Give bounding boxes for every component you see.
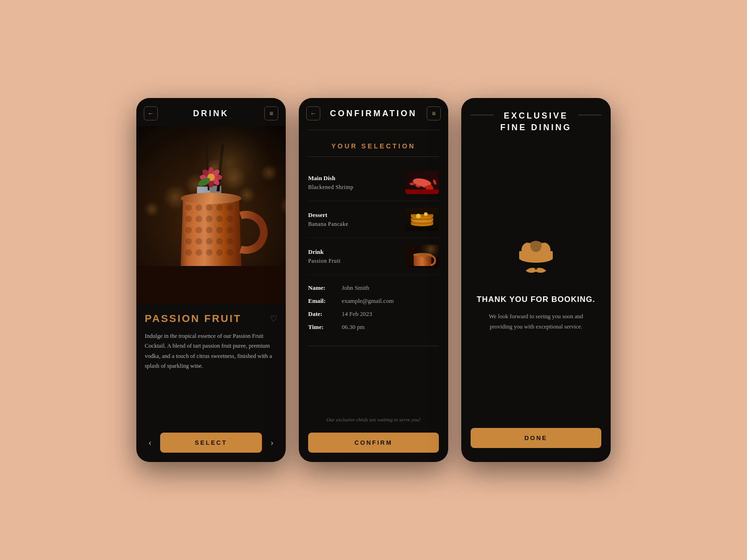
select-button[interactable]: SELECT [160, 433, 262, 453]
prev-arrow[interactable]: ‹ [145, 435, 155, 450]
time-row: Time: 06.30 pm [308, 323, 439, 331]
date-row: Date: 14 Feb 2023 [308, 310, 439, 318]
drink-category: Drink [308, 248, 341, 256]
heart-icon[interactable]: ♡ [270, 314, 277, 324]
main-dish-category: Main Dish [308, 175, 353, 182]
dessert-row: Dessert Banana Pancake [308, 201, 439, 238]
confirm-header: ← CONFIRMATION ≡ [299, 98, 448, 126]
done-button[interactable]: DONE [471, 428, 601, 448]
next-arrow[interactable]: › [267, 435, 277, 450]
confirmation-screen: ← CONFIRMATION ≡ YOUR SELECTION Main Dis… [299, 98, 448, 462]
confirm-menu-button[interactable]: ≡ [427, 106, 441, 120]
time-value: 06.30 pm [342, 323, 365, 331]
email-value: example@gmail.com [342, 297, 394, 305]
drink-description: Indulge in the tropical essence of our P… [145, 331, 277, 417]
time-label: Time: [308, 323, 336, 331]
drink-title-row: PASSION FRUIT ♡ [145, 313, 277, 325]
your-selection-label: YOUR SELECTION [308, 138, 439, 153]
top-divider [308, 130, 439, 130]
drink-footer: ‹ SELECT › [136, 426, 286, 462]
name-value: John Smith [342, 284, 369, 292]
dessert-category: Dessert [308, 211, 348, 219]
email-row: Email: example@gmail.com [308, 297, 439, 305]
confirm-title: CONFIRMATION [330, 109, 417, 119]
svg-point-5 [530, 239, 542, 252]
drink-title: DRINK [193, 109, 229, 119]
fine-dining-content: THANK YOU FOR BOOKING. We look forward t… [461, 141, 611, 423]
dessert-thumb [405, 208, 439, 231]
chiefs-divider [308, 346, 439, 346]
name-label: Name: [308, 284, 336, 292]
name-row: Name: John Smith [308, 284, 439, 292]
date-value: 14 Feb 2023 [342, 310, 372, 318]
main-dish-thumb [405, 171, 439, 194]
drink-screen: ← DRINK ≡ PASSION FRUIT ♡ Indulge in the… [136, 98, 286, 462]
drink-row: Drink Passion Fruit [308, 238, 439, 275]
chiefs-note: Our exclusive chiefs are waiting to serv… [308, 417, 439, 428]
looking-forward-text: We look forward to seeing you soon and p… [485, 312, 587, 332]
dessert-name: Banana Pancake [308, 221, 348, 228]
screens-container: ← DRINK ≡ PASSION FRUIT ♡ Indulge in the… [118, 79, 629, 481]
drink-content: PASSION FRUIT ♡ Indulge in the tropical … [136, 303, 286, 426]
thank-you-text: THANK YOU FOR BOOKING. [477, 295, 595, 304]
email-label: Email: [308, 297, 336, 305]
confirm-back-icon: ← [310, 110, 317, 117]
main-dish-info: Main Dish Blackened Shrimp [308, 175, 353, 191]
confirm-menu-icon: ≡ [432, 110, 436, 117]
dessert-info: Dessert Banana Pancake [308, 211, 348, 228]
menu-button[interactable]: ≡ [264, 106, 278, 120]
date-label: Date: [308, 310, 336, 318]
booking-details: Name: John Smith Email: example@gmail.co… [308, 275, 439, 342]
bottom-divider [308, 156, 439, 157]
confirm-back-button[interactable]: ← [306, 106, 320, 120]
main-dish-name: Blackened Shrimp [308, 184, 353, 191]
fine-dining-header: EXCLUSIVE FINE DINING [461, 98, 611, 141]
drink-name: PASSION FRUIT [145, 313, 241, 325]
confirm-content: YOUR SELECTION Main Dish Blackened Shrim… [299, 126, 448, 428]
back-icon: ← [148, 110, 154, 117]
drink-header: ← DRINK ≡ [136, 98, 286, 126]
drink-info: Drink Passion Fruit [308, 248, 341, 265]
confirm-button[interactable]: CONFIRM [308, 433, 439, 453]
chef-icon [508, 232, 564, 279]
main-dish-row: Main Dish Blackened Shrimp [308, 164, 439, 201]
drink-name-confirm: Passion Fruit [308, 258, 341, 265]
drink-image [136, 126, 286, 303]
fine-dining-title: EXCLUSIVE FINE DINING [480, 110, 592, 133]
fine-dining-screen: EXCLUSIVE FINE DINING [461, 98, 611, 462]
back-button[interactable]: ← [144, 106, 158, 120]
drink-thumb [405, 245, 439, 268]
menu-icon: ≡ [269, 110, 273, 117]
chef-icon-container [508, 232, 564, 281]
